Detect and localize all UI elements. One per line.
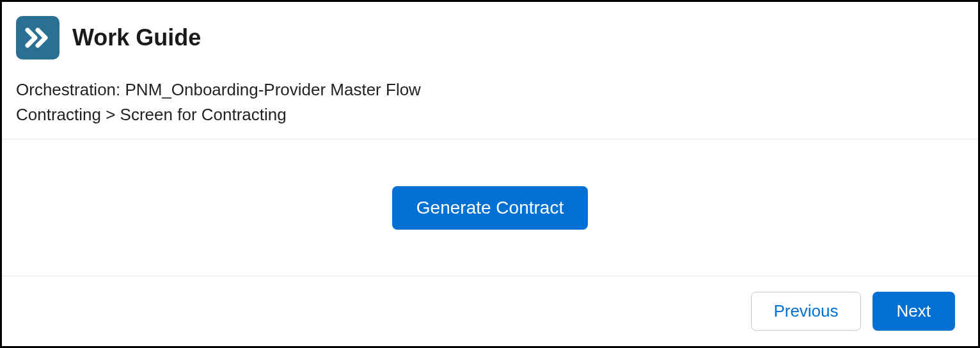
page-title: Work Guide <box>72 24 201 51</box>
previous-button[interactable]: Previous <box>751 292 860 331</box>
orchestration-label: Orchestration: PNM_Onboarding-Provider M… <box>16 77 964 102</box>
double-chevron-icon <box>16 16 59 59</box>
title-row: Work Guide <box>16 16 964 59</box>
next-button[interactable]: Next <box>873 292 955 331</box>
generate-contract-button[interactable]: Generate Contract <box>392 186 588 230</box>
breadcrumb: Contracting > Screen for Contracting <box>16 102 964 127</box>
panel-footer: Previous Next <box>2 276 978 346</box>
panel-header: Work Guide Orchestration: PNM_Onboarding… <box>2 2 978 139</box>
panel-body: Generate Contract <box>2 139 978 276</box>
work-guide-panel: Work Guide Orchestration: PNM_Onboarding… <box>0 0 980 348</box>
